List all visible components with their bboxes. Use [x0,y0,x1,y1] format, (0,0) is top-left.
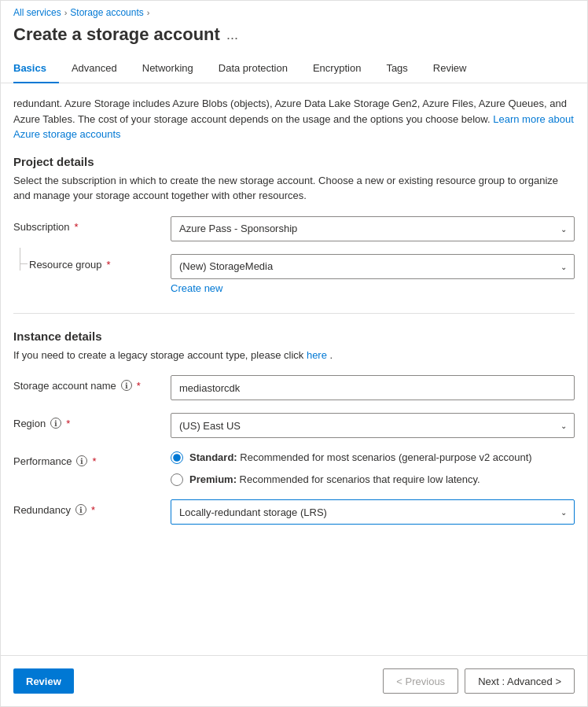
instance-details-desc: If you need to create a legacy storage a… [13,348,575,363]
redundancy-select[interactable]: Locally-redundant storage (LRS)Zone-redu… [171,499,575,525]
footer: Review < Previous Next : Advanced > [1,655,587,706]
storage-account-name-required: * [137,380,141,392]
resource-group-select-wrapper: (New) StorageMedia ⌄ [171,254,575,279]
subscription-required: * [75,221,79,233]
content-area: redundant. Azure Storage includes Azure … [1,83,587,655]
storage-account-name-row: Storage account name ℹ * [13,375,575,400]
subscription-label-col: Subscription * [13,216,171,233]
performance-row: Performance ℹ * Standard: Recommended fo… [13,451,575,487]
redundancy-select-wrapper: Locally-redundant storage (LRS)Zone-redu… [171,499,575,525]
subscription-select-wrapper: Azure Pass - Sponsorship ⌄ [171,216,575,241]
tab-data-protection[interactable]: Data protection [206,54,300,83]
redundancy-label: Redundancy [13,504,71,516]
performance-required: * [92,455,96,467]
tab-basics[interactable]: Basics [13,54,59,83]
previous-button[interactable]: < Previous [383,668,458,694]
region-label: Region [13,418,46,429]
tab-review[interactable]: Review [421,54,480,83]
region-info-icon[interactable]: ℹ [50,418,61,429]
title-menu-icon[interactable]: ... [226,27,238,43]
project-details-desc: Select the subscription in which to crea… [13,173,575,204]
performance-premium-option[interactable]: Premium: Recommended for scenarios that … [171,473,575,487]
instance-desc-link[interactable]: here [307,349,327,361]
storage-account-name-control-col [171,375,575,400]
subscription-select[interactable]: Azure Pass - Sponsorship [171,216,575,241]
redundancy-info-icon[interactable]: ℹ [75,504,86,515]
region-select[interactable]: (US) East US [171,413,575,438]
performance-premium-radio[interactable] [171,473,183,486]
intro-text: redundant. Azure Storage includes Azure … [13,96,575,142]
review-button[interactable]: Review [13,668,74,694]
tab-tags[interactable]: Tags [373,54,420,83]
resource-group-select[interactable]: (New) StorageMedia [171,254,575,279]
create-new-link[interactable]: Create new [171,282,222,294]
subscription-control-col: Azure Pass - Sponsorship ⌄ [171,216,575,241]
subscription-row: Subscription * Azure Pass - Sponsorship … [13,216,575,241]
project-details-title: Project details [13,155,575,168]
resource-group-row: Resource group * (New) StorageMedia ⌄ Cr… [13,254,575,294]
region-required: * [66,418,70,429]
breadcrumb-sep-2: › [147,8,150,17]
resource-group-control-col: (New) StorageMedia ⌄ Create new [171,254,575,294]
page-wrapper: All services › Storage accounts › Create… [0,0,588,707]
project-details-section: Project details Select the subscription … [13,155,575,294]
performance-label-col: Performance ℹ * [13,451,171,467]
performance-premium-label: Premium: Recommended for scenarios that … [189,473,480,487]
storage-account-name-input[interactable] [171,375,575,400]
redundancy-label-col: Redundancy ℹ * [13,499,171,516]
region-row: Region ℹ * (US) East US ⌄ [13,413,575,438]
tab-advanced[interactable]: Advanced [59,54,130,83]
resource-group-required: * [107,259,111,271]
redundancy-row: Redundancy ℹ * Locally-redundant storage… [13,499,575,525]
performance-radio-group: Standard: Recommended for most scenarios… [171,451,575,487]
tabs: Basics Advanced Networking Data protecti… [1,54,587,83]
resource-group-label-col: Resource group * [13,254,171,271]
instance-desc-prefix: If you need to create a legacy storage a… [13,349,303,361]
resource-group-label: Resource group [29,259,102,271]
performance-control-col: Standard: Recommended for most scenarios… [171,451,575,487]
region-control-col: (US) East US ⌄ [171,413,575,438]
subscription-label: Subscription [13,221,70,233]
breadcrumb-all-services[interactable]: All services [13,7,61,18]
instance-details-section: Instance details If you need to create a… [13,330,575,525]
region-select-wrapper: (US) East US ⌄ [171,413,575,438]
tab-networking[interactable]: Networking [130,54,206,83]
breadcrumb: All services › Storage accounts › [1,1,587,21]
redundancy-required: * [91,504,95,516]
storage-account-name-label: Storage account name [13,380,116,392]
breadcrumb-sep-1: › [64,8,68,17]
instance-desc-suffix: . [330,349,333,361]
performance-standard-option[interactable]: Standard: Recommended for most scenarios… [171,451,575,465]
performance-standard-radio[interactable] [171,451,183,464]
instance-details-title: Instance details [13,330,575,343]
page-title: Create a storage account [13,24,220,45]
region-label-col: Region ℹ * [13,413,171,429]
performance-label: Performance [13,455,72,467]
redundancy-control-col: Locally-redundant storage (LRS)Zone-redu… [171,499,575,525]
performance-standard-label: Standard: Recommended for most scenarios… [189,451,532,465]
section-divider [13,313,575,314]
performance-info-icon[interactable]: ℹ [76,455,87,466]
storage-account-name-label-col: Storage account name ℹ * [13,375,171,392]
tab-encryption[interactable]: Encryption [300,54,373,83]
intro-text-body: redundant. Azure Storage includes Azure … [13,98,567,125]
next-advanced-button[interactable]: Next : Advanced > [465,668,575,694]
storage-name-info-icon[interactable]: ℹ [121,380,132,391]
page-title-row: Create a storage account ... [1,21,587,54]
breadcrumb-storage-accounts[interactable]: Storage accounts [70,7,143,18]
